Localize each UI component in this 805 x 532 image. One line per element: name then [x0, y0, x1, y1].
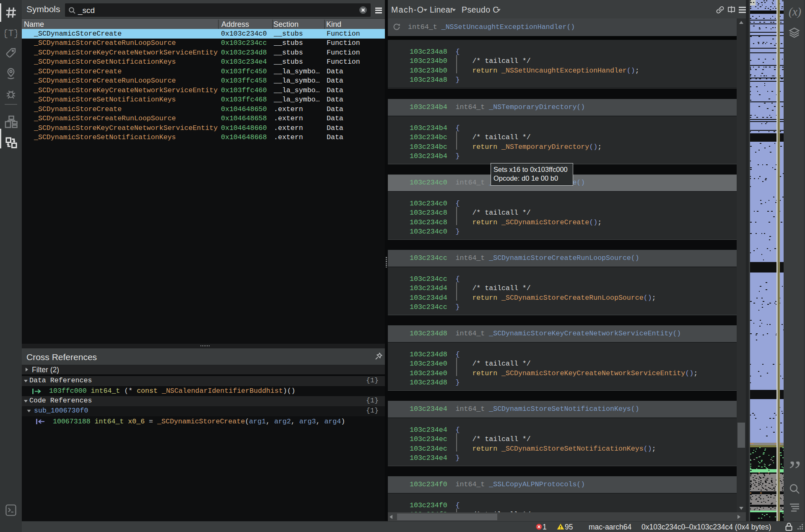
svg-text:”: ” — [789, 462, 801, 482]
svg-text:{T}: {T} — [5, 29, 17, 39]
svg-text:(x): (x) — [789, 6, 801, 18]
